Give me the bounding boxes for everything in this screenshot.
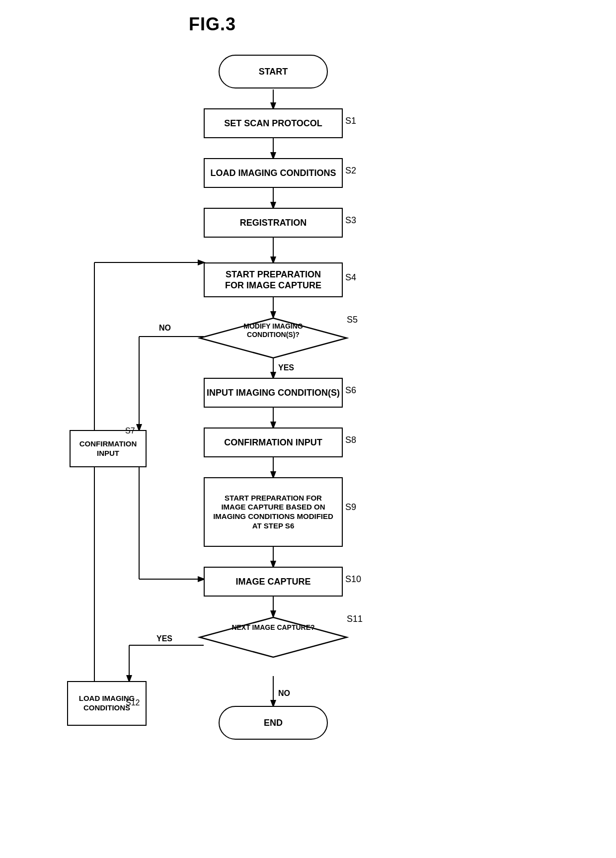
s6-box: INPUT IMAGING CONDITION(S)	[204, 378, 343, 408]
s2-box: LOAD IMAGING CONDITIONS	[204, 158, 343, 188]
flowchart: YES NO YES	[30, 40, 576, 845]
svg-text:NO: NO	[159, 324, 171, 332]
svg-text:YES: YES	[156, 634, 172, 643]
s2-label: LOAD IMAGING CONDITIONS	[211, 168, 336, 179]
s12-step: S12	[126, 698, 140, 707]
s10-box: IMAGE CAPTURE	[204, 567, 343, 597]
svg-text:YES: YES	[278, 363, 294, 372]
s3-step: S3	[345, 215, 356, 226]
s7-step: S7	[125, 427, 135, 435]
s1-step: S1	[345, 116, 356, 126]
s3-box: REGISTRATION	[204, 208, 343, 238]
s2-step: S2	[345, 166, 356, 176]
end-node: END	[219, 706, 328, 740]
start-node: START	[219, 55, 328, 88]
s10-label: IMAGE CAPTURE	[235, 576, 310, 588]
s3-label: REGISTRATION	[240, 217, 307, 229]
s5-step: S5	[347, 315, 358, 325]
page: FIG.3 YES N	[0, 0, 616, 858]
s9-step: S9	[345, 502, 356, 513]
s11-diamond: NEXT IMAGE CAPTURE?	[199, 616, 348, 658]
end-label: END	[264, 718, 283, 728]
s9-box: START PREPARATION FORIMAGE CAPTURE BASED…	[204, 477, 343, 547]
s4-step: S4	[345, 272, 356, 283]
svg-text:NO: NO	[278, 689, 290, 697]
s6-label: INPUT IMAGING CONDITION(S)	[207, 387, 340, 399]
s8-step: S8	[345, 435, 356, 445]
s1-box: SET SCAN PROTOCOL	[204, 108, 343, 138]
start-label: START	[259, 67, 288, 77]
s10-step: S10	[345, 574, 361, 585]
s1-label: SET SCAN PROTOCOL	[224, 118, 322, 129]
s9-label: START PREPARATION FORIMAGE CAPTURE BASED…	[210, 491, 336, 534]
figure-title: FIG.3	[189, 14, 236, 35]
s11-step: S11	[347, 614, 363, 624]
s7-box: CONFIRMATIONINPUT	[70, 430, 147, 467]
s4-label: START PREPARATIONFOR IMAGE CAPTURE	[225, 269, 321, 291]
s8-box: CONFIRMATION INPUT	[204, 428, 343, 457]
s8-label: CONFIRMATION INPUT	[224, 437, 322, 448]
s6-step: S6	[345, 385, 356, 396]
s5-diamond: MODIFY IMAGINGCONDITION(S)?	[199, 317, 348, 359]
s4-box: START PREPARATIONFOR IMAGE CAPTURE	[204, 262, 343, 297]
s7-label: CONFIRMATIONINPUT	[79, 439, 137, 458]
